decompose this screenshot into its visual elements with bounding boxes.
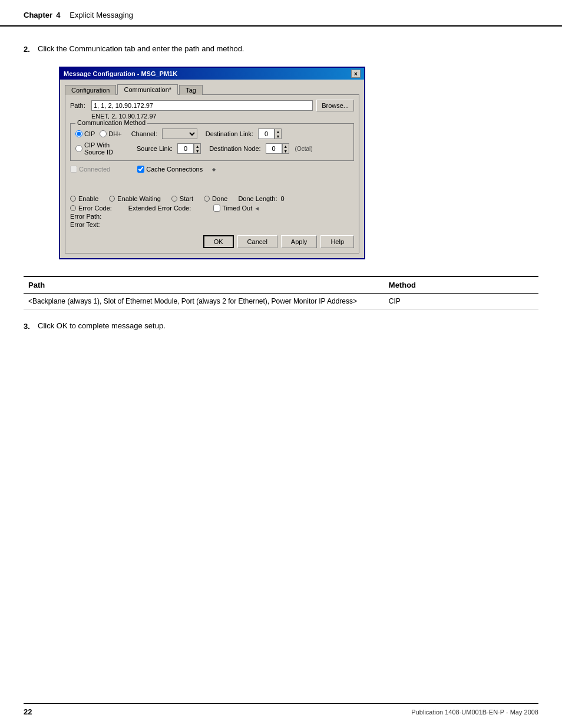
source-link-arrows: ▲ ▼ bbox=[194, 143, 201, 154]
path-label: Path: bbox=[70, 102, 88, 109]
cancel-button[interactable]: Cancel bbox=[237, 235, 277, 248]
source-link-spinbox[interactable] bbox=[177, 143, 194, 154]
enable-circle bbox=[70, 196, 76, 202]
error-row: Error Code: Extended Error Code: Timed O… bbox=[70, 205, 354, 212]
octal-label: (Octal) bbox=[295, 146, 313, 152]
help-button[interactable]: Help bbox=[320, 235, 354, 248]
col-path-header: Path bbox=[24, 276, 384, 294]
tab-tag-label: Tag bbox=[186, 87, 196, 94]
connected-checkbox[interactable] bbox=[70, 166, 77, 173]
timed-out-label: Timed Out ◄ bbox=[213, 205, 260, 212]
table-row: <Backplane (always 1), Slot of Ethernet … bbox=[24, 294, 538, 309]
start-indicator: Start bbox=[171, 195, 193, 202]
chapter-title: Explicit Messaging bbox=[70, 11, 133, 19]
timed-out-arrow: ◄ bbox=[254, 205, 260, 212]
page-header: Chapter 4 Explicit Messaging bbox=[0, 0, 562, 27]
chapter-label: Chapter bbox=[24, 11, 52, 19]
tab-panel: Path: Browse... ENET, 2, 10.90.172.97 Co… bbox=[65, 94, 359, 253]
cip-radio[interactable] bbox=[75, 130, 82, 137]
dest-link-arrows: ▲ ▼ bbox=[275, 129, 282, 139]
tab-configuration[interactable]: Configuration bbox=[65, 85, 116, 95]
table-cell-path: <Backplane (always 1), Slot of Ethernet … bbox=[24, 294, 384, 309]
connected-label[interactable]: Connected bbox=[70, 166, 110, 173]
enable-label: Enable bbox=[78, 195, 98, 202]
ext-error-code-label: Extended Error Code: bbox=[128, 205, 191, 212]
path-row: Path: Browse... bbox=[70, 100, 354, 111]
step-3-instruction: 3. Click OK to complete message setup. bbox=[24, 321, 538, 331]
dest-node-spinbox-container: ▲ ▼ bbox=[266, 143, 289, 154]
source-link-up[interactable]: ▲ bbox=[194, 144, 200, 149]
done-indicator: Done bbox=[204, 195, 227, 202]
cache-connections-text: Cache Connections bbox=[146, 166, 203, 173]
channel-select[interactable] bbox=[162, 129, 197, 139]
dest-link-label: Destination Link: bbox=[206, 130, 253, 137]
channel-label: Channel: bbox=[131, 130, 157, 137]
dest-node-up[interactable]: ▲ bbox=[283, 144, 289, 149]
dest-link-spinbox[interactable] bbox=[258, 129, 275, 139]
dest-node-arrows: ▲ ▼ bbox=[282, 143, 289, 154]
tab-communication[interactable]: Communication* bbox=[117, 84, 178, 95]
cip-with-radio-label[interactable]: CIP With Source ID bbox=[75, 141, 123, 156]
error-path-row: Error Path: bbox=[70, 213, 354, 220]
comm-row2: CIP With Source ID Source Link: ▲ ▼ Dest bbox=[75, 141, 349, 156]
dest-link-up[interactable]: ▲ bbox=[275, 129, 281, 134]
connected-text: Connected bbox=[79, 166, 110, 173]
spacer bbox=[70, 174, 354, 186]
tab-configuration-label: Configuration bbox=[71, 87, 110, 94]
col-method-header: Method bbox=[384, 276, 538, 294]
page-footer: 22 Publication 1408-UM001B-EN-P - May 20… bbox=[24, 703, 538, 716]
error-code-circle bbox=[70, 205, 76, 211]
connected-row: Connected Cache Connections ◆ bbox=[70, 166, 354, 173]
table-cell-method: CIP bbox=[384, 294, 538, 309]
dest-node-spinbox[interactable] bbox=[266, 143, 282, 154]
cip-radio-label[interactable]: CIP bbox=[75, 130, 95, 137]
step-3-text: Click OK to complete message setup. bbox=[38, 321, 166, 330]
step-3-number: 3. bbox=[24, 321, 38, 331]
dhplus-label: DH+ bbox=[108, 130, 121, 137]
dialog-buttons: OK Cancel Apply Help bbox=[70, 233, 354, 248]
comm-method-legend: Communication Method bbox=[75, 119, 147, 126]
step-2-instruction: 2. Click the Communication tab and enter… bbox=[24, 44, 538, 54]
source-link-down[interactable]: ▼ bbox=[194, 149, 200, 153]
start-circle bbox=[171, 196, 177, 202]
error-text-row: Error Text: bbox=[70, 221, 354, 228]
done-label: Done bbox=[212, 195, 227, 202]
dialog-tabs: Configuration Communication* Tag bbox=[65, 84, 359, 95]
chapter-number: 4 bbox=[56, 11, 60, 19]
dest-node-down[interactable]: ▼ bbox=[283, 149, 289, 153]
publication-info: Publication 1408-UM001B-EN-P - May 2008 bbox=[411, 709, 538, 716]
source-link-spinbox-container: ▲ ▼ bbox=[177, 143, 201, 154]
path-input[interactable] bbox=[91, 100, 313, 111]
page-content: 2. Click the Communication tab and enter… bbox=[0, 27, 562, 354]
ok-button[interactable]: OK bbox=[203, 235, 234, 248]
cache-connections-checkbox[interactable] bbox=[137, 166, 144, 173]
status-row: Enable Enable Waiting Start Done bbox=[70, 195, 354, 202]
dest-node-label: Destination Node: bbox=[209, 145, 260, 152]
dhplus-radio[interactable] bbox=[100, 130, 107, 137]
source-link-label: Source Link: bbox=[137, 145, 173, 152]
dialog-close-button[interactable]: × bbox=[351, 70, 361, 78]
error-path-label: Error Path: bbox=[70, 213, 101, 220]
tab-tag[interactable]: Tag bbox=[179, 85, 203, 95]
timed-out-checkbox[interactable] bbox=[213, 205, 220, 212]
error-code-label: Error Code: bbox=[78, 205, 112, 212]
bullet-indicator: ◆ bbox=[212, 167, 216, 172]
timed-out-text: Timed Out bbox=[222, 205, 252, 212]
error-text-label: Error Text: bbox=[70, 221, 100, 228]
cip-with-label: CIP With Source ID bbox=[84, 141, 113, 156]
dialog-window: Message Configuration - MSG_PM1K × Confi… bbox=[59, 67, 365, 259]
dest-link-down[interactable]: ▼ bbox=[275, 134, 281, 139]
done-length: Done Length: 0 bbox=[238, 195, 284, 202]
cache-connections-label[interactable]: Cache Connections bbox=[137, 166, 203, 173]
enable-waiting-circle bbox=[109, 196, 115, 202]
page-number: 22 bbox=[24, 707, 32, 716]
enable-waiting-label: Enable Waiting bbox=[117, 195, 161, 202]
comm-method-group: Communication Method CIP DH+ Chan bbox=[70, 123, 354, 161]
apply-button[interactable]: Apply bbox=[281, 235, 318, 248]
step-2-text: Click the Communication tab and enter th… bbox=[38, 44, 244, 53]
cip-with-radio[interactable] bbox=[75, 145, 82, 152]
dialog-container: Message Configuration - MSG_PM1K × Confi… bbox=[59, 67, 365, 259]
browse-button[interactable]: Browse... bbox=[316, 100, 354, 111]
error-code-indicator: Error Code: bbox=[70, 205, 112, 212]
dhplus-radio-label[interactable]: DH+ bbox=[100, 130, 121, 137]
